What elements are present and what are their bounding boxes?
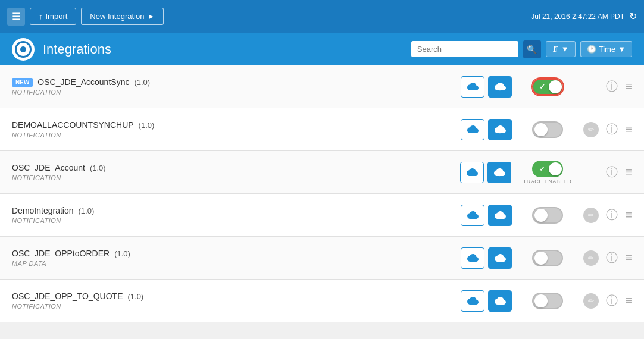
info-icon[interactable]: ⓘ [606, 79, 618, 95]
integration-name: DEMOALLACCOUNTSYNCHUP [12, 120, 134, 130]
integration-info: DEMOALLACCOUNTSYNCHUP (1.0) Notification [12, 120, 461, 139]
action-icons: ✏ ⓘ ≡ [583, 207, 632, 223]
edit-icon[interactable]: ✏ [583, 122, 599, 137]
cloud-source-button[interactable] [461, 247, 484, 269]
toggle-track [532, 250, 563, 266]
toggle-area [524, 250, 571, 266]
integration-info: OSC_JDE_Account (1.0) Notification [12, 163, 460, 181]
cloud-dest-button[interactable] [488, 76, 512, 98]
cloud-filled-icon [493, 210, 507, 221]
menu-icon[interactable]: ≡ [625, 165, 632, 179]
integration-name-row: NEW OSC_JDE_AccountSync (1.0) [12, 77, 461, 87]
list-item: DEMOALLACCOUNTSYNCHUP (1.0) Notification [0, 108, 644, 151]
info-icon[interactable]: ⓘ [606, 207, 618, 223]
cloud-filled-icon [493, 296, 507, 306]
cloud-source-button[interactable] [461, 76, 484, 98]
toggle-area [524, 207, 571, 224]
toggle-area: ✓ Trace Enabled [523, 161, 572, 184]
cloud-icon [466, 124, 479, 135]
menu-icon[interactable]: ≡ [625, 251, 632, 265]
integration-type: Map Data [12, 260, 461, 267]
toggle-switch[interactable] [532, 121, 563, 138]
integration-name: OSC_JDE_Account [12, 163, 85, 172]
cloud-source-button[interactable] [461, 290, 484, 312]
refresh-icon[interactable]: ↻ [629, 11, 637, 22]
action-icons: ✏ ⓘ ≡ [583, 250, 632, 266]
list-item: OSC_JDE_OPP_TO_QUOTE (1.0) Notification [0, 280, 644, 322]
list-item: DemoIntegration (1.0) Notification [0, 194, 644, 237]
integration-version: (1.0) [134, 78, 150, 87]
toggle-thumb [549, 80, 562, 93]
menu-icon[interactable]: ≡ [625, 123, 632, 136]
time-label: Time [599, 45, 615, 54]
toggle-checkmark: ✓ [539, 83, 545, 91]
integration-name: OSC_JDE_AccountSync [37, 77, 129, 87]
info-icon[interactable]: ⓘ [606, 121, 618, 137]
toggle-thumb [534, 209, 548, 222]
action-icons: ⓘ ≡ [583, 79, 632, 95]
new-integration-arrow-icon: ► [147, 12, 155, 21]
integration-version: (1.0) [90, 164, 106, 172]
integration-name-row: DemoIntegration (1.0) [12, 206, 461, 215]
toggle-switch[interactable]: ✓ [532, 161, 563, 177]
list-item: OSC_JDE_OPPtoORDER (1.0) Map Data [0, 237, 644, 280]
toggle-switch[interactable]: ✓ [532, 79, 563, 95]
filter-button[interactable]: ⇵ ▼ [546, 41, 576, 57]
toggle-thumb [534, 294, 548, 307]
integration-name-row: OSC_JDE_OPPtoORDER (1.0) [12, 249, 461, 258]
cloud-source-button[interactable] [461, 205, 484, 226]
info-icon[interactable]: ⓘ [606, 250, 618, 266]
edit-icon[interactable]: ✏ [583, 293, 599, 309]
cloud-dest-button[interactable] [488, 247, 512, 269]
integration-type: Notification [12, 303, 461, 310]
cloud-dest-button[interactable] [488, 119, 512, 140]
edit-icon[interactable]: ✏ [583, 208, 599, 223]
info-icon[interactable]: ⓘ [606, 293, 618, 309]
action-icons: ⓘ ≡ [583, 164, 632, 180]
search-input[interactable] [411, 41, 518, 57]
new-integration-label: New Integration [90, 12, 144, 21]
cloud-icons [461, 76, 512, 98]
time-filter-button[interactable]: 🕐 Time ▼ [580, 41, 632, 57]
cloud-source-button[interactable] [461, 119, 484, 140]
cloud-icon [465, 167, 479, 178]
cloud-dest-button[interactable] [488, 205, 512, 226]
sidebar-toggle-button[interactable]: ☰ [7, 8, 25, 26]
toggle-track [532, 121, 563, 138]
toggle-switch[interactable] [532, 293, 563, 309]
trace-label: Trace Enabled [523, 178, 572, 184]
menu-icon[interactable]: ≡ [625, 294, 632, 307]
header-right: 🔍 ⇵ ▼ 🕐 Time ▼ [411, 40, 632, 58]
list-item: OSC_JDE_Account (1.0) Notification [0, 151, 644, 194]
logo-inner [15, 41, 32, 58]
cloud-filled-icon [493, 81, 507, 92]
integration-version: (1.0) [127, 292, 143, 301]
toggle-switch[interactable] [532, 250, 563, 266]
info-icon[interactable]: ⓘ [606, 164, 618, 180]
cloud-icon [466, 210, 479, 221]
integration-name-row: DEMOALLACCOUNTSYNCHUP (1.0) [12, 120, 461, 130]
filter-icon: ⇵ [552, 45, 559, 54]
cloud-icon [466, 253, 479, 263]
integration-name: OSC_JDE_OPPtoORDER [12, 249, 110, 258]
import-button[interactable]: ↑ Import [30, 8, 76, 25]
menu-icon[interactable]: ≡ [625, 80, 632, 93]
toggle-checkmark: ✓ [539, 165, 545, 173]
integration-info: DemoIntegration (1.0) Notification [12, 206, 461, 224]
new-integration-button[interactable]: New Integration ► [81, 8, 164, 25]
integration-version: (1.0) [139, 121, 155, 130]
cloud-dest-button[interactable] [487, 162, 511, 183]
search-button[interactable]: 🔍 [523, 40, 541, 58]
toggle-track: ✓ [532, 79, 563, 95]
time-chevron-icon: ▼ [618, 45, 626, 54]
cloud-source-button[interactable] [460, 162, 484, 183]
menu-icon[interactable]: ≡ [625, 208, 632, 222]
integration-type: Notification [12, 217, 461, 224]
cloud-icon [466, 81, 479, 92]
cloud-dest-button[interactable] [488, 290, 512, 312]
cloud-filled-icon [493, 167, 506, 178]
edit-icon[interactable]: ✏ [583, 250, 599, 266]
integration-name: OSC_JDE_OPP_TO_QUOTE [12, 291, 123, 301]
cloud-icons [461, 290, 512, 312]
toggle-switch[interactable] [532, 207, 563, 224]
